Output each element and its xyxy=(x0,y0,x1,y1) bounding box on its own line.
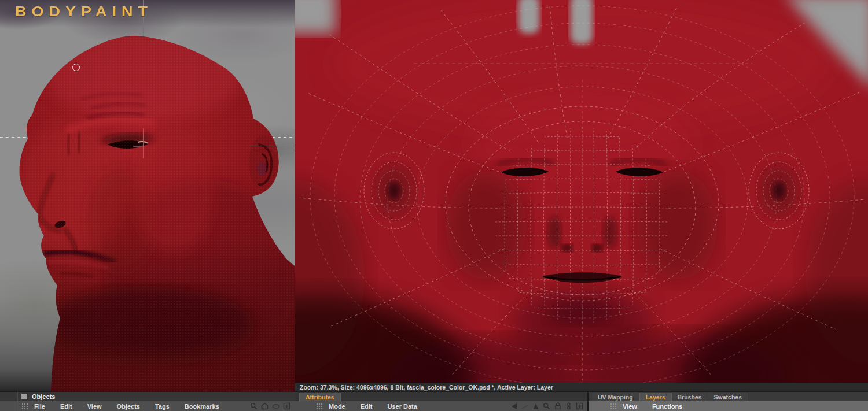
menu-objects[interactable]: Objects xyxy=(117,403,140,410)
history-forward-icon[interactable] xyxy=(520,402,529,410)
pointer-up-icon[interactable] xyxy=(531,402,540,410)
menu-edit[interactable]: Edit xyxy=(361,403,373,410)
floor-grid-line xyxy=(250,146,295,146)
layers-panel: UV Mapping Layers Brushes Swatches View … xyxy=(587,391,868,411)
layers-tabrow: UV Mapping Layers Brushes Swatches xyxy=(589,391,868,401)
tab-brushes[interactable]: Brushes xyxy=(672,393,708,401)
menu-user-data[interactable]: User Data xyxy=(388,403,417,410)
floor-grid-line xyxy=(253,150,295,150)
uv-canvas[interactable] xyxy=(295,0,868,383)
objects-iconbar xyxy=(249,401,291,411)
drag-handle-icon[interactable] xyxy=(21,403,28,410)
panel-square-icon xyxy=(21,394,27,399)
viewport-3d[interactable]: BODYPAINT xyxy=(0,0,295,391)
status-bar: Zoom: 37.3%, Size: 4096x4096, 8 Bit, fac… xyxy=(295,383,868,391)
history-back-icon[interactable] xyxy=(509,402,518,410)
objects-tab-label[interactable]: Objects xyxy=(32,393,55,400)
panel-gutter-divider xyxy=(17,391,18,411)
brush-cursor-circle xyxy=(72,64,80,71)
bodypaint-logo: BODYPAINT xyxy=(15,3,153,20)
head-model[interactable] xyxy=(0,0,295,391)
tab-swatches[interactable]: Swatches xyxy=(708,393,748,401)
objects-panel-titlebar[interactable]: Objects xyxy=(0,391,295,401)
menu-view[interactable]: View xyxy=(623,403,637,410)
x-axis-tick xyxy=(133,146,144,147)
menu-functions[interactable]: Functions xyxy=(652,403,683,410)
objects-panel: Objects File Edit View Objects Tags Book… xyxy=(0,391,295,411)
menu-edit[interactable]: Edit xyxy=(60,403,72,410)
menu-view[interactable]: View xyxy=(87,403,102,410)
layers-menubar: View Functions xyxy=(589,401,868,411)
search-icon[interactable] xyxy=(249,402,258,410)
lock-icon[interactable] xyxy=(553,402,562,410)
tab-attributes[interactable]: Attributes xyxy=(299,393,341,401)
menu-tags[interactable]: Tags xyxy=(155,403,170,410)
attributes-panel: Attributes Mode Edit User Data xyxy=(295,391,587,411)
status-text: Zoom: 37.3%, Size: 4096x4096, 8 Bit, fac… xyxy=(300,384,553,391)
attributes-iconbar xyxy=(509,401,584,411)
link-icon[interactable] xyxy=(564,402,573,410)
tab-layers[interactable]: Layers xyxy=(639,393,672,401)
tab-uv-mapping[interactable]: UV Mapping xyxy=(592,393,639,401)
y-axis-line-overlay xyxy=(143,128,144,158)
attributes-tabrow: Attributes xyxy=(295,391,587,401)
menu-bookmarks[interactable]: Bookmarks xyxy=(185,403,219,410)
add-panel-icon[interactable] xyxy=(575,402,584,410)
uv-texture-view[interactable] xyxy=(295,0,868,383)
eye-icon[interactable] xyxy=(271,402,280,410)
home-icon[interactable] xyxy=(260,402,269,410)
menu-file[interactable]: File xyxy=(34,403,45,410)
add-panel-icon[interactable] xyxy=(282,402,291,410)
drag-handle-icon[interactable] xyxy=(316,403,323,410)
search-icon[interactable] xyxy=(542,402,551,410)
bodypaint-window: BODYPAINT xyxy=(0,0,868,411)
menu-mode[interactable]: Mode xyxy=(329,403,345,410)
drag-handle-icon[interactable] xyxy=(610,403,617,410)
